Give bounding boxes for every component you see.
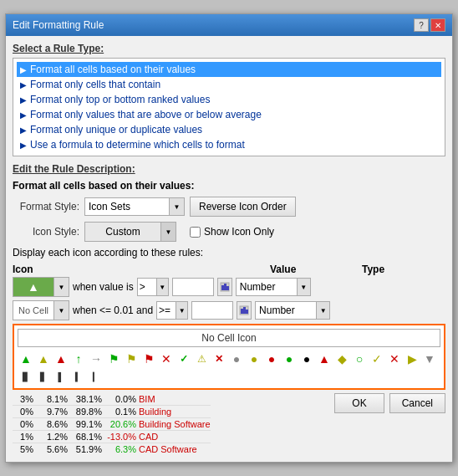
op-select-1-wrapper[interactable]: > ▼: [137, 278, 169, 296]
icon-selector-2[interactable]: No Cell ▼: [13, 300, 69, 320]
format-style-dropdown-arrow[interactable]: ▼: [169, 198, 184, 215]
icon-bar3[interactable]: ▌: [53, 368, 69, 385]
d3c3: 68.1%: [70, 432, 102, 442]
icon-green-check[interactable]: ✓: [176, 351, 192, 367]
rule-type-text-1: Format only cells that contain: [30, 79, 160, 90]
icon-red-x[interactable]: ✕: [158, 351, 175, 367]
icon-red-triangle-up[interactable]: ▲: [316, 351, 333, 367]
rule-type-item-2[interactable]: ▶ Format only top or bottom ranked value…: [17, 92, 441, 107]
d1c3: 89.8%: [70, 407, 102, 417]
icon-yellow-bang[interactable]: ⚠: [193, 351, 210, 367]
d4c4: 6.3%: [104, 444, 136, 454]
rule-type-item-0[interactable]: ▶ Format all cells based on their values: [17, 62, 441, 77]
dialog-title: Edit Formatting Rule: [13, 19, 104, 31]
icon-red-circle[interactable]: ●: [263, 351, 280, 367]
d3c2: 1.2%: [36, 432, 68, 442]
icon-red-x2[interactable]: ✕: [211, 351, 227, 367]
d0c1: 3%: [13, 394, 33, 404]
bottom-area: 3% 8.1% 38.1% 0.0% BIM 0% 9.7% 89.8% 0.1…: [13, 393, 445, 455]
value-input-1[interactable]: 0.01: [172, 278, 214, 296]
rule-type-item-4[interactable]: ▶ Format only unique or duplicate values: [17, 122, 441, 137]
icon-red-flag[interactable]: ⚑: [140, 351, 157, 367]
show-icon-only-label[interactable]: Show Icon Only: [190, 226, 274, 238]
ok-button[interactable]: OK: [334, 393, 384, 413]
col-value-header: Value: [270, 264, 345, 275]
icon-yellow-right[interactable]: ▶: [404, 351, 420, 367]
op-dropdown-1[interactable]: ▼: [156, 279, 168, 295]
icon-green-up[interactable]: ▲: [18, 351, 34, 367]
icon-bar4[interactable]: ▍: [70, 368, 87, 385]
icon-yellow-diamond[interactable]: ◆: [333, 351, 350, 367]
reverse-icon-order-button[interactable]: Reverse Icon Order: [190, 197, 296, 217]
rule-type-item-1[interactable]: ▶ Format only cells that contain: [17, 77, 441, 92]
value-icon-2: [237, 301, 252, 320]
icon-bar2[interactable]: ▋: [35, 368, 52, 385]
icon-yellow-flag[interactable]: ⚑: [123, 351, 140, 367]
rule-type-text-3: Format only values that are above or bel…: [30, 109, 262, 120]
d4c5: CAD Software: [139, 444, 197, 454]
icon-display-2: No Cell: [13, 301, 53, 320]
icon-selector-1[interactable]: ▲ ▼: [13, 277, 69, 297]
icon-red-up[interactable]: ▲: [53, 351, 69, 367]
icon-green-up2[interactable]: ↑: [70, 351, 87, 367]
icon-yellow-circle[interactable]: ●: [246, 351, 262, 367]
arrow-icon-2: ▶: [20, 95, 27, 105]
svg-rect-5: [241, 309, 243, 314]
icon-dropdown-2[interactable]: ▼: [53, 301, 69, 320]
arrow-icon-0: ▶: [20, 65, 27, 74]
icon-rule-row-1: ▲ ▼ when value is > ▼ 0.01 Number ▼: [13, 277, 445, 297]
d4c1: 5%: [13, 444, 33, 454]
icon-red-x3[interactable]: ✕: [386, 351, 403, 367]
icon-gray-down[interactable]: ▼: [421, 351, 438, 367]
value-input-2[interactable]: -0.01: [191, 301, 233, 320]
icon-style-btn-wrapper[interactable]: Custom ▼: [84, 222, 176, 242]
type-dropdown-1[interactable]: ▼: [297, 279, 310, 295]
icon-yellow-up[interactable]: ▲: [35, 351, 52, 367]
title-bar: Edit Formatting Rule ? ✕: [6, 14, 452, 36]
show-icon-only-text: Show Icon Only: [204, 226, 274, 238]
rule-type-text-5: Use a formula to determine which cells t…: [30, 139, 245, 151]
icon-rules-header: Icon Value Type: [13, 264, 445, 275]
d2c5: Building Software: [139, 419, 211, 429]
op-select-2-wrapper[interactable]: >= ▼: [156, 301, 188, 320]
cancel-button[interactable]: Cancel: [389, 393, 445, 413]
no-cell-icon-button[interactable]: No Cell Icon: [18, 329, 440, 347]
icon-display-1: ▲: [13, 278, 53, 296]
icon-gray-circle[interactable]: ●: [228, 351, 245, 367]
d1c4: 0.1%: [104, 407, 136, 417]
show-icon-only-checkbox[interactable]: [190, 227, 201, 238]
ok-cancel-buttons: OK Cancel: [334, 393, 445, 413]
type-value-2: Number: [256, 305, 316, 316]
icon-style-row: Icon Style: Custom ▼ Show Icon Only: [13, 222, 445, 242]
d3c4: -13.0%: [104, 432, 136, 442]
icon-bar1[interactable]: ▊: [18, 368, 34, 385]
icon-black-circle[interactable]: ●: [298, 351, 315, 367]
rule-type-text-0: Format all cells based on their values: [30, 64, 196, 75]
icon-gray-right[interactable]: →: [88, 351, 104, 367]
icon-dropdown-1[interactable]: ▼: [53, 278, 69, 296]
d0c5: BIM: [139, 394, 155, 404]
icon-bar5[interactable]: ▎: [88, 368, 104, 385]
rule-type-item-3[interactable]: ▶ Format only values that are above or b…: [17, 107, 441, 122]
icon-style-dropdown-arrow[interactable]: ▼: [160, 223, 176, 241]
op-dropdown-2[interactable]: ▼: [176, 302, 187, 319]
icon-green-flag[interactable]: ⚑: [105, 351, 122, 367]
icon-green-circle2[interactable]: ○: [351, 351, 368, 367]
rule-type-item-5[interactable]: ▶ Use a formula to determine which cells…: [17, 137, 441, 152]
edit-formatting-rule-dialog: Edit Formatting Rule ? ✕ Select a Rule T…: [5, 13, 453, 463]
help-button[interactable]: ?: [414, 18, 429, 32]
type-select-2-wrapper[interactable]: Number ▼: [255, 301, 330, 320]
icon-green-circle[interactable]: ●: [281, 351, 298, 367]
type-dropdown-2[interactable]: ▼: [316, 302, 329, 319]
format-style-select-wrapper[interactable]: Icon Sets ▼: [84, 197, 185, 216]
d0c2: 8.1%: [36, 394, 68, 404]
type-select-1-wrapper[interactable]: Number ▼: [236, 278, 311, 296]
d4c2: 5.6%: [36, 444, 68, 454]
icon-yellow-check[interactable]: ✓: [369, 351, 385, 367]
dialog-body: Select a Rule Type: ▶ Format all cells b…: [6, 36, 452, 462]
rule-type-label: Select a Rule Type:: [13, 43, 445, 54]
close-button[interactable]: ✕: [430, 18, 445, 32]
d2c1: 0%: [13, 419, 33, 429]
d4c3: 51.9%: [70, 444, 102, 454]
col-type-header: Type: [362, 264, 445, 275]
